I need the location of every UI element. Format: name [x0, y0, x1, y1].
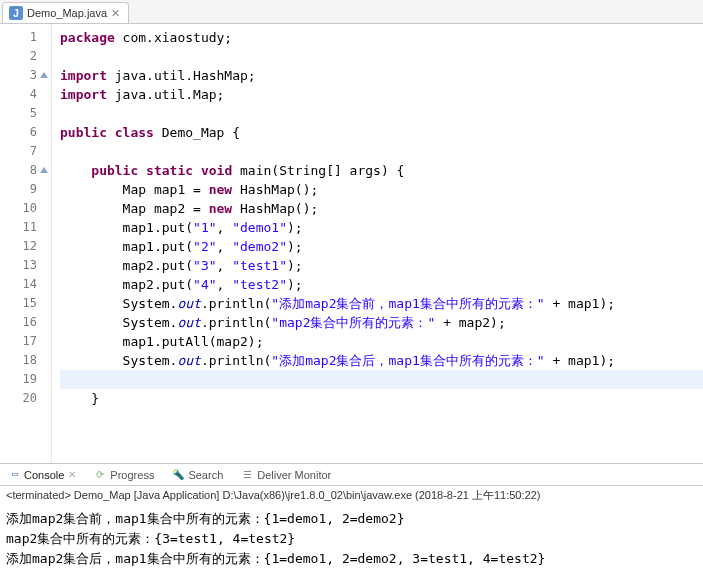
code-editor[interactable]: package com.xiaostudy;import java.util.H…	[52, 24, 703, 463]
panel-tab-label: Search	[188, 469, 223, 481]
line-number: 8	[0, 161, 51, 180]
java-file-icon: J	[9, 6, 23, 20]
line-number: 19	[0, 370, 51, 389]
line-number: 12	[0, 237, 51, 256]
code-line[interactable]: }	[60, 389, 703, 408]
line-number: 14	[0, 275, 51, 294]
panel-tab-console[interactable]: ▭Console✕	[4, 467, 80, 483]
search-icon: 🔦	[172, 469, 184, 481]
line-number: 4	[0, 85, 51, 104]
code-line[interactable]: package com.xiaostudy;	[60, 28, 703, 47]
code-line[interactable]	[60, 370, 703, 389]
panel-tab-search[interactable]: 🔦Search	[168, 467, 227, 483]
panel-tab-label: Deliver Monitor	[257, 469, 331, 481]
panel-tab-deliver-monitor[interactable]: ☰Deliver Monitor	[237, 467, 335, 483]
progress-icon: ⟳	[94, 469, 106, 481]
deliver-icon: ☰	[241, 469, 253, 481]
line-number: 1	[0, 28, 51, 47]
line-number: 10	[0, 199, 51, 218]
console-icon: ▭	[8, 469, 20, 481]
code-line[interactable]: public class Demo_Map {	[60, 123, 703, 142]
code-line[interactable]: map1.put("1", "demo1");	[60, 218, 703, 237]
editor-tab-title: Demo_Map.java	[27, 7, 107, 19]
code-line[interactable]	[60, 47, 703, 66]
line-number: 5	[0, 104, 51, 123]
code-line[interactable]: Map map2 = new HashMap();	[60, 199, 703, 218]
line-number: 18	[0, 351, 51, 370]
console-line: 添加map2集合后，map1集合中所有的元素：{1=demo1, 2=demo2…	[6, 549, 699, 569]
console-line: map2集合中所有的元素：{3=test1, 4=test2}	[6, 529, 699, 549]
line-number-gutter: 1234567891011121314151617181920	[0, 24, 52, 463]
close-panel-icon[interactable]: ✕	[68, 469, 76, 480]
panel-tab-label: Progress	[110, 469, 154, 481]
line-number: 13	[0, 256, 51, 275]
line-number: 15	[0, 294, 51, 313]
code-line[interactable]: map2.put("3", "test1");	[60, 256, 703, 275]
code-line[interactable]: System.out.println("添加map2集合前，map1集合中所有的…	[60, 294, 703, 313]
line-number: 20	[0, 389, 51, 408]
editor-tab-bar: J Demo_Map.java ✕	[0, 0, 703, 24]
line-number: 3	[0, 66, 51, 85]
code-line[interactable]: public static void main(String[] args) {	[60, 161, 703, 180]
line-number: 9	[0, 180, 51, 199]
code-line[interactable]: import java.util.HashMap;	[60, 66, 703, 85]
bottom-panel-tab-bar: ▭Console✕⟳Progress🔦Search☰Deliver Monito…	[0, 464, 703, 486]
code-line[interactable]: System.out.println("map2集合中所有的元素：" + map…	[60, 313, 703, 332]
code-line[interactable]: map1.put("2", "demo2");	[60, 237, 703, 256]
console-line: 添加map2集合前，map1集合中所有的元素：{1=demo1, 2=demo2…	[6, 509, 699, 529]
panel-tab-label: Console	[24, 469, 64, 481]
code-line[interactable]: System.out.println("添加map2集合后，map1集合中所有的…	[60, 351, 703, 370]
code-line[interactable]: map2.put("4", "test2");	[60, 275, 703, 294]
code-line[interactable]	[60, 104, 703, 123]
line-number: 7	[0, 142, 51, 161]
code-line[interactable]	[60, 142, 703, 161]
code-line[interactable]: import java.util.Map;	[60, 85, 703, 104]
line-number: 6	[0, 123, 51, 142]
line-number: 16	[0, 313, 51, 332]
editor-area: 1234567891011121314151617181920 package …	[0, 24, 703, 464]
panel-tab-progress[interactable]: ⟳Progress	[90, 467, 158, 483]
code-line[interactable]: Map map1 = new HashMap();	[60, 180, 703, 199]
line-number: 17	[0, 332, 51, 351]
code-line[interactable]: map1.putAll(map2);	[60, 332, 703, 351]
editor-tab[interactable]: J Demo_Map.java ✕	[2, 2, 129, 23]
line-number: 2	[0, 47, 51, 66]
close-tab-icon[interactable]: ✕	[111, 7, 120, 20]
line-number: 11	[0, 218, 51, 237]
run-terminated-label: <terminated> Demo_Map [Java Application]…	[0, 486, 703, 507]
console-output[interactable]: 添加map2集合前，map1集合中所有的元素：{1=demo1, 2=demo2…	[0, 507, 703, 573]
